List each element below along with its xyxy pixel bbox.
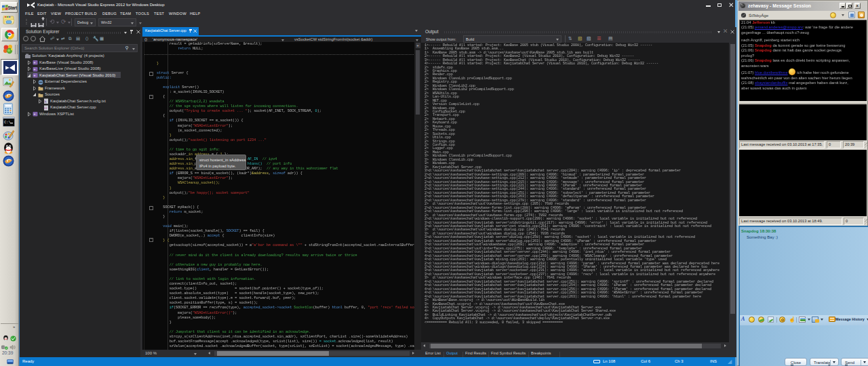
svg-text:+: + (33, 112, 35, 116)
svg-text:h: h (44, 100, 46, 104)
svg-text:+: + (33, 67, 35, 71)
svg-text:+: + (33, 60, 35, 64)
svg-text:+: + (33, 73, 35, 77)
svg-text:C:\: C:\ (4, 120, 11, 125)
svg-text:++: ++ (43, 106, 47, 110)
